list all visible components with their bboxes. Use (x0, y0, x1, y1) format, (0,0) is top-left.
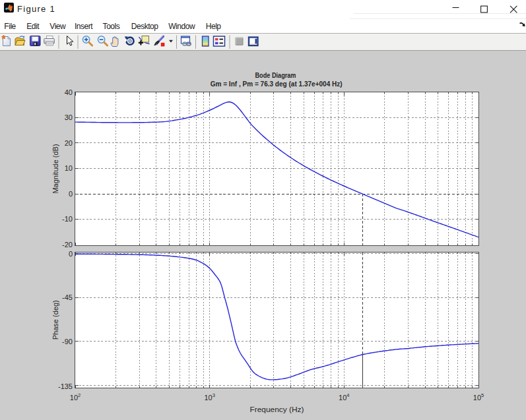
svg-text:-20: -20 (62, 241, 73, 249)
svg-text:Magnitude (dB): Magnitude (dB) (51, 144, 59, 193)
svg-text:0: 0 (69, 250, 73, 258)
svg-text:-45: -45 (62, 293, 73, 301)
svg-text:30: 30 (65, 113, 73, 121)
svg-text:20: 20 (65, 139, 73, 147)
svg-text:Bode Diagram: Bode Diagram (255, 71, 296, 79)
svg-text:-10: -10 (62, 215, 73, 223)
svg-text:Phase (deg): Phase (deg) (51, 300, 59, 340)
svg-text:40: 40 (65, 88, 73, 96)
svg-text:-90: -90 (62, 338, 73, 345)
svg-text:0: 0 (69, 190, 73, 198)
svg-text:-135: -135 (58, 382, 73, 390)
svg-text:Frequency (Hz): Frequency (Hz) (250, 405, 304, 413)
svg-text:10: 10 (65, 164, 73, 172)
svg-text:Gm = Inf , Pm = 76.3 deg (at: Gm = Inf , Pm = 76.3 deg (at 1.37e+004 H… (211, 80, 343, 88)
